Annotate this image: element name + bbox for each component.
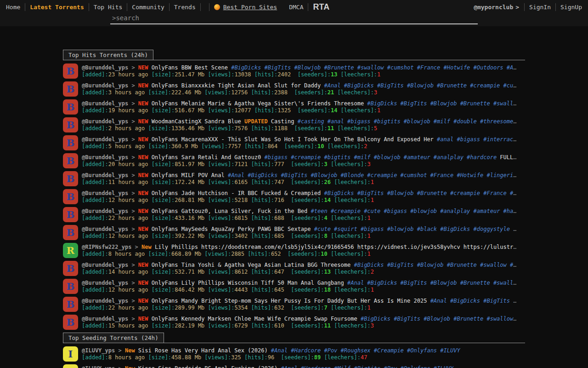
nav-best-porn-sites[interactable]: Best Porn Sites — [212, 4, 279, 11]
torrent-title[interactable]: @Burunddel_yps > NEW OnlyFans Melanie Ma… — [82, 100, 516, 107]
torrent-title[interactable]: @Burunddel_yps > NEW Onlyfans Sara Retal… — [82, 154, 517, 161]
torrent-title[interactable]: @Burunddel_yps > NEW OnlyFans Gattouz0, … — [82, 207, 516, 215]
hashtags[interactable]: #bigass #creampie #bigtits #milf #blowjo… — [264, 154, 497, 161]
torrent-user[interactable]: @ILUVY_yps — [82, 365, 115, 368]
meta-key-size: [size]: — [148, 125, 172, 132]
torrent-text: @Burunddel_yps > NEW OnlyFans MacarenaXX… — [82, 135, 516, 150]
nav-home[interactable]: Home — [4, 4, 23, 11]
torrent-user[interactable]: @Burunddel_yps — [82, 136, 128, 143]
torrent-title[interactable]: @Burunddel_yps > NEW OnlyFans Kennedy Ma… — [82, 315, 516, 322]
hashtags[interactable]: #BigDicks #BigTits #Blowjob #Brunette #s… — [231, 64, 513, 71]
torrent-title[interactable]: @Burunddel_yps > NEW OnlyFans Mandy Brig… — [82, 297, 516, 305]
hashtags[interactable]: #BigDicks #BigTits #Blowjob #Brunette #s… — [361, 316, 513, 322]
hashtags[interactable]: #Anal #BigDicks #BigTits #Blowjob #Brune… — [347, 280, 513, 286]
user-avatar[interactable]: B — [63, 189, 78, 204]
torrent-text: @Burunddel_yps > NEW OnlyFans Bianxxxkie… — [82, 81, 516, 97]
user-avatar[interactable]: B — [63, 171, 78, 186]
torrent-title[interactable]: @Burunddel_yps > NEW OnlyFans Bianxxxkie… — [82, 82, 516, 89]
meta-key-added: [added]: — [82, 179, 108, 185]
user-avatar[interactable]: B — [63, 279, 78, 294]
meta-value-added: 5 hours ago — [108, 143, 145, 150]
nav-community[interactable]: Community — [130, 4, 166, 11]
hashtags[interactable]: #Anal #BigDicks #BigTits #Blowjob #Blond… — [228, 172, 513, 178]
torrent-user[interactable]: @Burunddel_yps — [82, 280, 128, 286]
torrent-title[interactable]: @Burunddel_yps > NEW OnlyFans BBW Best S… — [82, 64, 516, 71]
nav-signup[interactable]: SignUp — [558, 4, 584, 11]
user-avatar[interactable]: B — [63, 261, 78, 276]
torrent-title[interactable]: @RIPNsfw222_yps > New Lily Phillips http… — [82, 243, 516, 251]
meta-value-leechers: 1 — [367, 251, 370, 257]
torrent-user[interactable]: @Burunddel_yps — [82, 262, 128, 268]
title-segment: … — [513, 262, 516, 268]
torrent-title[interactable]: @Burunddel_yps > NEW OnlyFans Jade Hutch… — [82, 190, 516, 197]
title-segment: NEW — [138, 82, 148, 89]
torrent-title[interactable]: @Burunddel_yps > NEW Onlyfans MaySeeds A… — [82, 225, 516, 233]
torrent-title[interactable]: @Burunddel_yps > NEW Onlyfans MILF POV A… — [82, 172, 516, 179]
torrent-user[interactable]: @Burunddel_yps — [82, 118, 128, 125]
torrent-user[interactable]: @RIPNsfw222_yps — [82, 244, 131, 250]
section-title: Top Seeding Torrents (24h) — [63, 333, 164, 343]
meta-key-hits: [hits]: — [251, 305, 275, 311]
meta-key-seeders: [seeders]: — [294, 89, 327, 96]
nav-latest-torrents[interactable]: Latest Torrents — [28, 4, 86, 11]
torrent-title[interactable]: @Burunddel_yps > NEW OnlyFans Tina Yoshi… — [82, 261, 516, 269]
torrent-user[interactable]: @Burunddel_yps — [82, 172, 128, 178]
torrent-title[interactable]: @Burunddel_yps > NEW OnlyFans Lily Phill… — [82, 279, 516, 287]
account-name[interactable]: @mypornclub — [472, 4, 514, 11]
search-input[interactable] — [110, 13, 478, 24]
torrent-user[interactable]: @Burunddel_yps — [82, 208, 128, 214]
user-avatar[interactable]: R — [63, 243, 78, 258]
meta-key-added: [added]: — [82, 143, 108, 150]
meta-value-added: 23 hours ago — [108, 71, 148, 78]
user-avatar[interactable]: B — [63, 315, 78, 330]
hashtags[interactable]: #casting #anal #bigass #bigtits #blowjob… — [298, 118, 514, 125]
meta-value-added: 22 hours ago — [108, 215, 148, 221]
meta-value-views: 12756 — [231, 89, 248, 96]
torrent-user[interactable]: @Burunddel_yps — [82, 298, 128, 304]
user-avatar[interactable]: B — [63, 297, 78, 312]
hashtags[interactable]: #Anal #Hardcore #Pov #Roughsex #Creampie… — [271, 347, 460, 354]
user-avatar[interactable]: I — [63, 364, 78, 368]
torrent-user[interactable]: @Burunddel_yps — [82, 154, 128, 161]
torrent-row: B@Burunddel_yps > NEW OnlyFans Kennedy M… — [63, 315, 588, 330]
hashtags[interactable]: #BigDicks #BigTits #Blowjob #Brunette #s… — [367, 100, 513, 107]
nav-dmca[interactable]: DMCA — [287, 4, 305, 11]
user-avatar[interactable]: B — [63, 135, 78, 150]
hashtags[interactable]: #BigDicks #BigTits #Blowjob #Brunette #s… — [354, 262, 513, 268]
torrent-title[interactable]: @ILUVY_yps > New Sisi Rose Has Very Hard… — [82, 347, 460, 354]
user-avatar[interactable]: B — [63, 153, 78, 168]
user-avatar[interactable]: B — [63, 225, 78, 240]
torrent-user[interactable]: @Burunddel_yps — [82, 100, 128, 107]
torrent-title[interactable]: @ILUVY_yps > New Kissa Sins Roadside BG … — [82, 365, 453, 368]
meta-value-seeders: 13 — [331, 71, 337, 78]
torrent-user[interactable]: @Burunddel_yps — [82, 226, 128, 232]
user-avatar[interactable]: B — [63, 99, 78, 115]
meta-value-size: 172.24 Mb — [175, 179, 204, 185]
meta-key-size: [size]: — [148, 354, 172, 361]
hashtags[interactable]: #anal #bigass #interrac — [437, 136, 513, 143]
torrent-user[interactable]: @ILUVY_yps — [82, 347, 115, 354]
user-avatar[interactable]: B — [63, 117, 78, 132]
user-avatar[interactable]: B — [63, 81, 78, 97]
hashtags[interactable]: #teen #creampie #cute #bigass #blowjob #… — [311, 208, 514, 214]
user-avatar[interactable]: B — [63, 63, 78, 79]
torrent-row: B@Burunddel_yps > NEW OnlyFans MacarenaX… — [63, 135, 588, 150]
hashtags[interactable]: #BigDicks #BigTits #Blowjob #Brunette #c… — [324, 190, 513, 196]
torrent-title[interactable]: @Burunddel_yps > NEW OnlyFans MacarenaXX… — [82, 136, 516, 143]
nav-divider — [209, 3, 209, 11]
nav-top-hits[interactable]: Top Hits — [91, 4, 125, 11]
rta-logo[interactable]: RTA — [311, 2, 332, 12]
nav-trends[interactable]: Trends — [172, 4, 198, 11]
user-avatar[interactable]: B — [63, 207, 78, 222]
torrent-user[interactable]: @Burunddel_yps — [82, 190, 128, 196]
torrent-title[interactable]: @Burunddel_yps > NEW WoodmanCastingX San… — [82, 118, 517, 125]
user-avatar[interactable]: I — [63, 346, 78, 362]
hashtags[interactable]: #Anal #Hardcore #Milf #Bigtits #Pov #Onl… — [281, 365, 454, 368]
hashtags[interactable]: #Anal #BigDicks #BigTits — [430, 298, 510, 304]
hashtags[interactable]: #Anal #BigDicks #BigTits #Blowjob #Brune… — [324, 82, 513, 89]
torrent-user[interactable]: @Burunddel_yps — [82, 316, 128, 322]
torrent-user[interactable]: @Burunddel_yps — [82, 82, 128, 89]
torrent-user[interactable]: @Burunddel_yps — [82, 64, 128, 71]
nav-signin[interactable]: SignIn — [527, 4, 553, 11]
hashtags[interactable]: #cute #squirt #bigass #blowjob #black #B… — [314, 226, 510, 232]
